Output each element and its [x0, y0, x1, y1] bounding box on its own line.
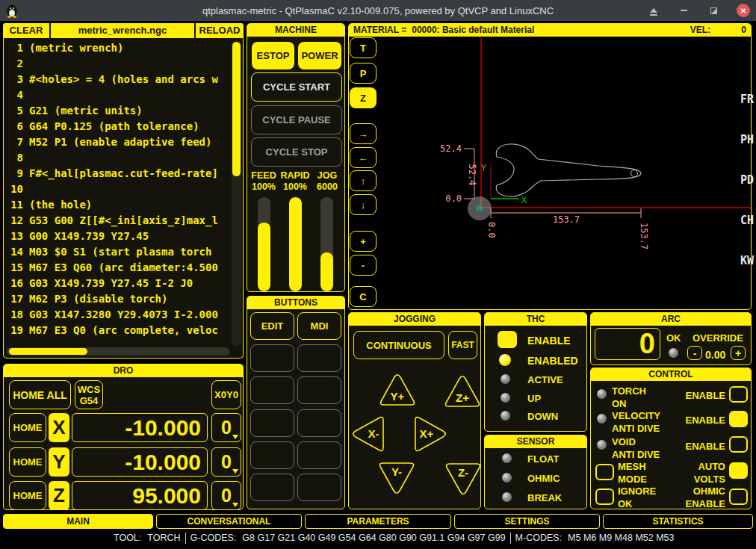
zoom-out-button[interactable]: - — [350, 255, 377, 276]
jog-slider[interactable] — [320, 197, 333, 291]
tab-statistics[interactable]: STATISTICS — [603, 514, 753, 529]
user-button-empty[interactable] — [297, 409, 341, 437]
scrollbar-thumb[interactable] — [232, 42, 241, 176]
estop-button[interactable]: ESTOP — [252, 42, 294, 69]
cycle-start-button[interactable]: CYCLE START — [251, 72, 342, 102]
extent-y-min-label: 0.0 — [445, 193, 462, 204]
arc-override-minus-button[interactable]: - — [687, 346, 702, 360]
gcode-line[interactable]: 15M67 E3 Q60 (arc diameter:4.500 — [5, 260, 229, 276]
ohmic-enable-checkbox[interactable] — [729, 488, 748, 505]
view-perspective-button[interactable]: P — [350, 63, 377, 84]
gcode-line[interactable]: 13G00 X149.739 Y27.45 — [5, 229, 229, 244]
scrollbar-thumb[interactable] — [9, 348, 87, 355]
thc-down-label: DOWN — [527, 411, 558, 422]
velocity-value: 0 — [710, 24, 746, 37]
jog-fast-button[interactable]: FAST — [448, 331, 477, 359]
pan-down-button[interactable]: ↓ — [350, 194, 377, 215]
gcode-horizontal-scrollbar[interactable] — [7, 347, 229, 356]
gcode-line[interactable]: 1(metric wrench) — [5, 40, 229, 56]
tab-parameters[interactable]: PARAMETERS — [305, 514, 451, 529]
home-y-button[interactable]: HOME — [9, 447, 46, 477]
gcode-line[interactable]: 11(the hole) — [5, 197, 229, 213]
z-offset-dropdown[interactable]: 0 — [211, 481, 241, 510]
preview-canvas[interactable]: 52.4 52.4 0.0 153.7 0.0 153.7 X Y — [350, 37, 751, 309]
window-title: qtplasmac-metric - QtPlasmaC v2.10-009.0… — [0, 5, 756, 16]
close-icon[interactable]: ✕ — [737, 4, 750, 17]
material-value[interactable]: 00000: Basic default Material — [412, 24, 534, 37]
thc-enable-checkbox[interactable] — [498, 331, 517, 348]
cycle-stop-button[interactable]: CYCLE STOP — [251, 137, 342, 167]
power-button[interactable]: POWER — [298, 42, 341, 69]
mdi-button[interactable]: MDI — [297, 312, 341, 340]
velocity-enable-checkbox[interactable] — [729, 411, 748, 427]
void-enable-checkbox[interactable] — [729, 436, 748, 453]
user-button-empty[interactable] — [250, 474, 294, 501]
jog-z-minus-button[interactable]: Z- — [444, 462, 483, 496]
pan-up-button[interactable]: ↑ — [350, 170, 377, 191]
gcode-line[interactable]: 6G64 P0.125 (path tolerance) — [5, 119, 229, 134]
rapid-slider[interactable] — [289, 197, 302, 291]
pan-left-button[interactable]: ← — [350, 147, 377, 168]
x0y0-button[interactable]: X0Y0 — [211, 380, 241, 409]
gcode-vertical-scrollbar[interactable] — [232, 40, 241, 346]
gcode-lines: 1(metric wrench) 2 3#<holes> = 4 (holes … — [5, 40, 229, 346]
jog-x-plus-button[interactable]: X+ — [413, 415, 447, 453]
cycle-pause-button[interactable]: CYCLE PAUSE — [251, 105, 342, 134]
tab-conversational[interactable]: CONVERSATIONAL — [156, 514, 302, 529]
clear-plot-button[interactable]: C — [350, 286, 377, 307]
jog-y-minus-button[interactable]: Y- — [377, 461, 416, 495]
home-all-button[interactable]: HOME ALL — [9, 380, 71, 409]
gcode-line[interactable]: 10 — [5, 182, 229, 197]
wcs-button[interactable]: WCS G54 — [75, 380, 103, 409]
view-z-button[interactable]: Z — [350, 87, 377, 108]
minimize-icon[interactable] — [677, 4, 690, 17]
tab-main[interactable]: MAIN — [3, 514, 153, 529]
home-x-button[interactable]: HOME — [9, 413, 46, 442]
user-button-empty[interactable] — [297, 441, 341, 469]
loaded-file-name[interactable]: metric_wrench.ngc — [51, 23, 194, 38]
auto-volts-checkbox[interactable] — [729, 462, 748, 479]
user-button-empty[interactable] — [297, 344, 341, 372]
user-button-empty[interactable] — [297, 474, 341, 501]
gcode-line[interactable]: 18G03 X147.3280 Y29.4073 I-2.000 — [5, 307, 229, 323]
mesh-mode-checkbox[interactable] — [595, 464, 614, 480]
zoom-in-button[interactable]: + — [350, 231, 377, 252]
user-button-empty[interactable] — [250, 441, 294, 469]
x-offset-dropdown[interactable]: 0 — [211, 413, 241, 442]
jog-x-minus-button[interactable]: X- — [351, 415, 385, 453]
gcode-line[interactable]: 4 — [5, 87, 229, 103]
feed-slider[interactable] — [258, 197, 270, 291]
user-button-empty[interactable] — [250, 376, 294, 404]
jog-y-plus-button[interactable]: Y+ — [378, 373, 417, 407]
gcode-line[interactable]: 14M03 $0 S1 (start plasma torch — [5, 244, 229, 260]
torch-enable-checkbox[interactable] — [729, 386, 748, 403]
shade-icon[interactable] — [647, 4, 660, 17]
user-button-empty[interactable] — [297, 376, 341, 404]
gcode-line[interactable]: 12G53 G00 Z[[#<_ini[axis_z]max_l — [5, 213, 229, 229]
tab-settings[interactable]: SETTINGS — [454, 514, 600, 529]
clear-button[interactable]: CLEAR — [3, 23, 51, 38]
gcode-line[interactable]: 19M67 E3 Q0 (arc complete, veloc — [5, 323, 229, 338]
user-button-empty[interactable] — [250, 409, 294, 437]
reload-button[interactable]: RELOAD — [194, 23, 244, 38]
pan-right-button[interactable]: → — [350, 123, 377, 144]
gcode-line[interactable]: 5G21 (metric units) — [5, 103, 229, 119]
edit-button[interactable]: EDIT — [250, 312, 294, 340]
gcode-line[interactable]: 7M52 P1 (enable adaptive feed) — [5, 134, 229, 150]
ignore-ok-checkbox[interactable] — [595, 488, 614, 505]
gcode-line[interactable]: 9F#<_hal[plasmac.cut-feed-rate] — [5, 166, 229, 182]
arc-override-label: OVERRIDE — [693, 332, 743, 344]
maximize-icon[interactable] — [707, 4, 720, 17]
gcode-line[interactable]: 17M62 P3 (disable torch) — [5, 291, 229, 307]
jog-z-plus-button[interactable]: Z+ — [443, 374, 482, 409]
gcode-line[interactable]: 3#<holes> = 4 (holes and arcs w — [5, 72, 229, 87]
user-button-empty[interactable] — [250, 344, 294, 372]
home-z-button[interactable]: HOME — [9, 481, 46, 510]
view-top-button[interactable]: T — [350, 37, 377, 58]
y-offset-dropdown[interactable]: 0 — [211, 447, 241, 477]
arc-override-plus-button[interactable]: + — [731, 346, 746, 360]
gcode-line[interactable]: 8 — [5, 150, 229, 166]
gcode-line[interactable]: 16G03 X149.739 Y27.45 I-2 J0 — [5, 276, 229, 291]
jog-continuous-button[interactable]: CONTINUOUS — [353, 331, 444, 359]
gcode-line[interactable]: 2 — [5, 56, 229, 72]
